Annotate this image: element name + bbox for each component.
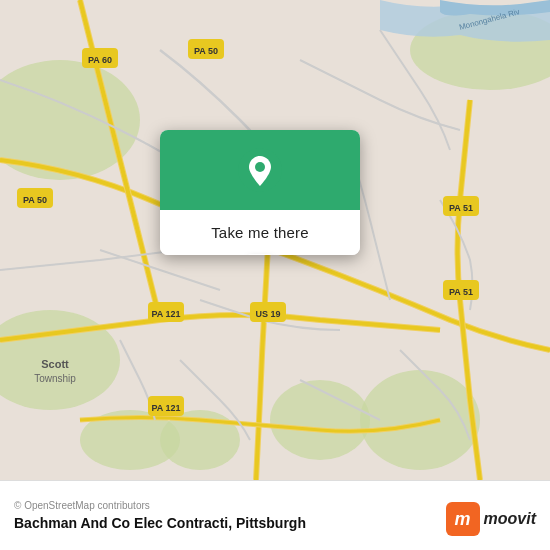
svg-point-28 <box>255 162 265 172</box>
svg-text:PA 121: PA 121 <box>151 403 180 413</box>
location-pin-icon <box>238 148 282 192</box>
take-me-there-button[interactable]: Take me there <box>160 210 360 255</box>
popup-header <box>160 130 360 210</box>
popup-pointer <box>248 254 272 255</box>
svg-text:PA 51: PA 51 <box>449 287 473 297</box>
popup-card: Take me there <box>160 130 360 255</box>
svg-text:Township: Township <box>34 373 76 384</box>
svg-text:PA 60: PA 60 <box>88 55 112 65</box>
svg-text:US 19: US 19 <box>255 309 280 319</box>
svg-text:PA 50: PA 50 <box>194 46 218 56</box>
svg-text:Scott: Scott <box>41 358 69 370</box>
svg-text:PA 51: PA 51 <box>449 203 473 213</box>
moovit-brand-name: moovit <box>484 510 536 528</box>
bottom-bar: © OpenStreetMap contributors Bachman And… <box>0 480 550 550</box>
svg-text:PA 50: PA 50 <box>23 195 47 205</box>
svg-point-5 <box>270 380 370 460</box>
moovit-icon: m <box>446 502 480 536</box>
moovit-logo: m moovit <box>446 502 536 536</box>
svg-text:PA 121: PA 121 <box>151 309 180 319</box>
map-container: PA 60 PA 50 PA 50 PA 51 PA 51 PA 121 US … <box>0 0 550 480</box>
